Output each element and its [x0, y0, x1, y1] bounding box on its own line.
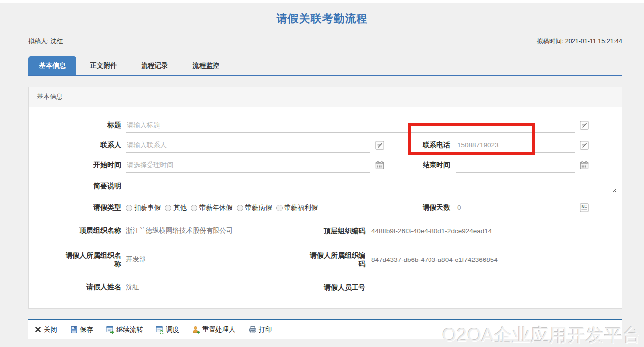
svg-text:N: N [581, 204, 584, 209]
radio-icon[interactable] [126, 205, 132, 211]
applicant-org-name-label: 请假人所属组织名称 [29, 251, 121, 268]
row-title: 标题 [29, 115, 622, 135]
number-icon[interactable]: N [580, 203, 589, 212]
continue-flow-button[interactable]: 继续流转 [106, 325, 143, 334]
dispatch-button[interactable]: 调度 [156, 325, 179, 334]
save-button-label: 保存 [80, 325, 93, 334]
drafter-value: 沈红 [50, 38, 63, 45]
top-org-code-label: 顶层组织编码 [304, 226, 365, 235]
dispatch-icon [156, 326, 164, 334]
tab-body-attachment[interactable]: 正文附件 [79, 56, 128, 75]
row-applicant: 请假人姓名 沈红 请假人员工号 [29, 275, 622, 299]
start-time-label: 开始时间 [29, 161, 121, 170]
applicant-org-code-value: 847d4337-db6b-4703-a804-c1f742366854 [371, 256, 498, 263]
radio-option-label: 扣薪事假 [134, 203, 161, 212]
top-strip [0, 0, 644, 3]
tab-bar: 基本信息 正文附件 流程记录 流程监控 [28, 56, 622, 76]
top-org-name-label: 顶层组织名称 [29, 226, 121, 235]
radio-icon[interactable] [165, 205, 171, 211]
phone-input[interactable] [456, 138, 575, 153]
panel-section-title: 基本信息 [29, 87, 622, 107]
radio-option-4[interactable]: 带薪病假 [237, 203, 272, 212]
reset-handler-icon [192, 326, 200, 334]
continue-flow-button-label: 继续流转 [116, 325, 143, 334]
basic-info-panel: 基本信息 标题 联系人 联系电话 [28, 87, 622, 309]
applicant-name-label: 请假人姓名 [29, 283, 121, 292]
row-time: 开始时间 结束时间 [29, 155, 622, 175]
edit-icon[interactable] [580, 121, 589, 130]
contact-input[interactable] [126, 138, 370, 153]
tab-flow-monitor[interactable]: 流程监控 [182, 56, 230, 75]
radio-option-5[interactable]: 带薪福利假 [276, 203, 318, 212]
end-time-input[interactable] [456, 158, 575, 173]
radio-option-2[interactable]: 其他 [165, 203, 187, 212]
close-button[interactable]: 关闭 [34, 325, 57, 334]
drafter-label: 拟稿人: [28, 38, 49, 45]
row-summary: 简要说明 [29, 175, 622, 198]
bottom-toolbar: 关闭 保存 继续流转 调度 重置处理人 打印 [28, 319, 622, 339]
radio-icon[interactable] [191, 205, 197, 211]
leave-type-label: 请假类型 [29, 203, 121, 212]
drafter-info: 拟稿人: 沈红 [28, 37, 63, 46]
reset-handler-button[interactable]: 重置处理人 [192, 325, 236, 334]
title-label: 标题 [29, 121, 121, 130]
summary-label: 简要说明 [29, 182, 121, 191]
applicant-org-code-label: 请假人所属组织编码 [304, 251, 365, 268]
radio-option-label: 带薪病假 [245, 203, 272, 212]
reset-handler-button-label: 重置处理人 [202, 325, 236, 334]
radio-option-3[interactable]: 带薪年休假 [191, 203, 233, 212]
print-button-label: 打印 [259, 325, 272, 334]
radio-option-label: 其他 [173, 203, 187, 212]
leave-days-input[interactable] [456, 200, 575, 215]
calendar-icon[interactable] [375, 161, 384, 170]
phone-label: 联系电话 [384, 141, 450, 150]
dispatch-button-label: 调度 [166, 325, 179, 334]
print-button[interactable]: 打印 [249, 325, 272, 334]
title-input[interactable] [126, 118, 575, 133]
applicant-id-label: 请假人员工号 [304, 283, 365, 292]
radio-option-label: 带薪福利假 [285, 203, 318, 212]
close-icon [34, 326, 42, 333]
save-icon [70, 326, 78, 334]
calendar-icon[interactable] [580, 161, 589, 170]
radio-option-1[interactable]: 扣薪事假 [126, 203, 161, 212]
leave-days-label: 请假天数 [384, 203, 450, 212]
leave-type-radios: 扣薪事假 其他 带薪年休假 带薪病假 [126, 203, 384, 212]
tab-basic-info[interactable]: 基本信息 [28, 56, 76, 75]
row-contact-phone: 联系人 联系电话 [29, 135, 622, 155]
tab-flow-record[interactable]: 流程记录 [131, 56, 179, 75]
applicant-name-value: 沈红 [126, 283, 304, 292]
radio-option-label: 带薪年休假 [199, 203, 233, 212]
continue-flow-icon [106, 326, 114, 334]
save-button[interactable]: 保存 [70, 325, 93, 334]
meta-row: 拟稿人: 沈红 拟稿时间: 2021-01-11 15:21:44 [28, 37, 622, 46]
close-button-label: 关闭 [44, 325, 57, 334]
page-title: 请假关联考勤流程 [0, 11, 644, 26]
summary-textarea[interactable] [126, 179, 617, 193]
contact-label: 联系人 [29, 141, 121, 150]
edit-icon[interactable] [375, 141, 384, 150]
radio-icon[interactable] [276, 205, 283, 211]
draft-time-value: 2021-01-11 15:21:44 [565, 38, 622, 45]
row-applicant-org: 请假人所属组织名称 开发部 请假人所属组织编码 847d4337-db6b-47… [29, 244, 622, 275]
applicant-org-name-value: 开发部 [126, 255, 304, 264]
edit-icon[interactable] [580, 141, 589, 150]
radio-icon[interactable] [237, 205, 243, 211]
draft-time-info: 拟稿时间: 2021-01-11 15:21:44 [537, 37, 622, 46]
top-org-name-value: 浙江兰德纵横网络技术股份有限公司 [126, 226, 304, 235]
start-time-input[interactable] [126, 158, 370, 173]
top-org-code-value: 448ffb9f-26f3-40e4-80d1-2dce924ead14 [371, 227, 492, 235]
row-top-org: 顶层组织名称 浙江兰德纵横网络技术股份有限公司 顶层组织编码 448ffb9f-… [29, 218, 622, 244]
print-icon [249, 326, 257, 334]
end-time-label: 结束时间 [384, 161, 450, 170]
draft-time-label: 拟稿时间: [537, 38, 563, 45]
row-leave-type-days: 请假类型 扣薪事假 其他 带薪年休假 [29, 198, 622, 218]
